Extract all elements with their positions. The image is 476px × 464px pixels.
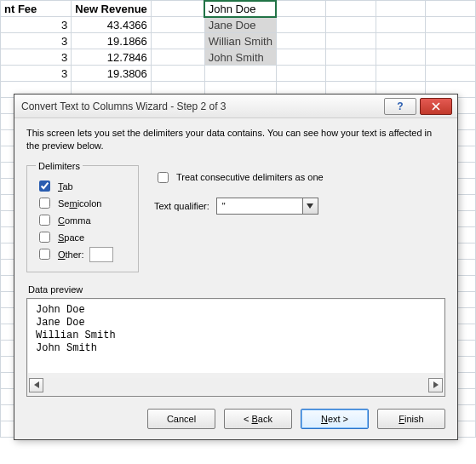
cell-rev[interactable]: 12.7846 (72, 49, 152, 66)
scroll-left-button[interactable] (29, 378, 43, 392)
delim-other-checkbox[interactable] (39, 249, 50, 260)
text-qualifier-label: Text qualifier: (154, 201, 209, 211)
delim-semicolon-checkbox[interactable] (39, 198, 50, 209)
preview-content: John Doe Jane Doe Willian Smith John Smi… (28, 300, 444, 373)
cell-name[interactable]: Willian Smith (204, 33, 276, 49)
cell-fee[interactable]: 3 (1, 49, 72, 66)
cell-name[interactable]: John Smith (204, 49, 276, 66)
treat-consecutive-checkbox[interactable] (158, 172, 169, 183)
cell-rev[interactable]: 19.1866 (72, 33, 152, 49)
triangle-right-icon (433, 381, 439, 388)
delim-space-checkbox[interactable] (39, 232, 50, 243)
col-header-fee[interactable]: nt Fee (1, 1, 72, 17)
scroll-right-button[interactable] (428, 378, 443, 392)
finish-button[interactable]: Finish (377, 409, 445, 429)
triangle-left-icon (34, 381, 39, 388)
cell-fee[interactable]: 3 (1, 17, 72, 33)
preview-box: John Doe Jane Doe Willian Smith John Smi… (26, 298, 445, 397)
col-header-revenue[interactable]: New Revenue (72, 1, 152, 17)
cell-fee[interactable]: 3 (1, 33, 72, 49)
text-to-columns-dialog: Convert Text to Columns Wizard - Step 2 … (14, 94, 458, 440)
cancel-button[interactable]: Cancel (147, 409, 215, 429)
treat-consecutive[interactable]: Treat consecutive delimiters as one (154, 169, 324, 186)
delim-comma[interactable]: Comma (36, 212, 129, 229)
help-icon: ? (397, 100, 403, 112)
delim-semicolon[interactable]: Semicolon (36, 195, 129, 212)
delim-other-input[interactable] (89, 247, 113, 262)
cell-empty[interactable] (151, 1, 204, 17)
dialog-title: Convert Text to Columns Wizard - Step 2 … (21, 100, 384, 112)
text-qualifier-value: " (217, 201, 302, 211)
preview-hscrollbar[interactable] (29, 378, 443, 392)
back-button[interactable]: < Back (224, 409, 292, 429)
delim-tab[interactable]: Tab (36, 178, 129, 195)
delim-comma-checkbox[interactable] (39, 215, 50, 226)
dropdown-button[interactable] (302, 198, 318, 214)
delimiters-group: Delimiters Tab Semicolon Comma Space (26, 161, 139, 272)
delim-tab-checkbox[interactable] (39, 180, 50, 192)
cell-fee[interactable]: 3 (1, 66, 72, 82)
text-qualifier-combo[interactable]: " (216, 198, 318, 215)
preview-label: Data preview (28, 284, 445, 295)
cell-name[interactable]: Jane Doe (204, 17, 276, 33)
delim-space[interactable]: Space (36, 229, 129, 246)
help-button[interactable]: ? (384, 98, 416, 115)
close-button[interactable] (420, 98, 452, 115)
chevron-down-icon (307, 203, 313, 209)
next-button[interactable]: Next > (301, 409, 369, 429)
cell-rev[interactable]: 43.4366 (72, 17, 152, 33)
delimiters-legend: Delimiters (36, 161, 83, 171)
delim-other[interactable]: Other: (36, 246, 129, 263)
cell-rev[interactable]: 19.3806 (72, 66, 152, 82)
close-icon (432, 102, 440, 111)
cell-selected-name[interactable]: John Doe (204, 1, 276, 17)
scroll-track[interactable] (43, 378, 428, 392)
titlebar[interactable]: Convert Text to Columns Wizard - Step 2 … (14, 95, 457, 118)
dialog-description: This screen lets you set the delimiters … (26, 127, 445, 152)
